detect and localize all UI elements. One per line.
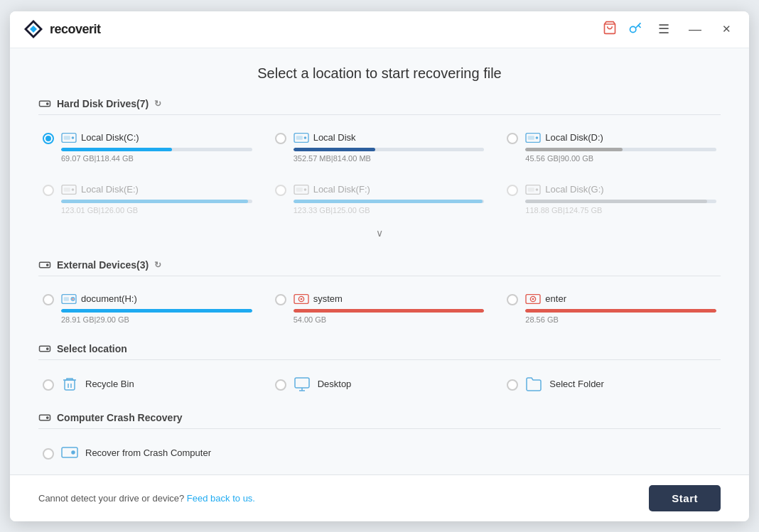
- drive-size-h: 28.91 GB|29.00 GB: [61, 315, 252, 324]
- crash-disk-icon: [61, 445, 78, 462]
- crash-recovery-icon: [38, 411, 51, 424]
- drive-info-system: system 54.00 GB: [294, 292, 485, 324]
- folder-icon: [525, 376, 542, 393]
- page-title: Select a location to start recovering fi…: [38, 65, 721, 82]
- progress-bg-enter: [525, 309, 716, 313]
- radio-folder[interactable]: [507, 379, 518, 391]
- hard-disk-refresh-icon[interactable]: ↻: [154, 99, 161, 109]
- recycle-bin-icon: [61, 376, 78, 393]
- svg-point-39: [532, 298, 534, 300]
- feedback-link[interactable]: Feed back to us.: [187, 493, 255, 504]
- app-logo-icon: [23, 18, 44, 40]
- drive-info-f: Local Disk(F:) 123.33 GB|125.00 GB: [294, 183, 485, 215]
- svg-point-29: [47, 264, 48, 265]
- crash-recovery-grid: Recover from Crash Computer: [38, 439, 721, 467]
- svg-point-4: [630, 26, 636, 32]
- hdd-icon-e: [61, 183, 77, 197]
- progress-bg-d: [525, 148, 716, 151]
- external-refresh-icon[interactable]: ↻: [154, 260, 161, 270]
- progress-fill-system: [294, 309, 485, 313]
- drive-item-h[interactable]: document(H:) 28.91 GB|29.00 GB: [38, 286, 257, 330]
- minimize-button[interactable]: —: [685, 19, 705, 39]
- location-item-crash[interactable]: Recover from Crash Computer: [38, 439, 257, 467]
- hard-disk-label: Hard Disk Drives(7): [57, 98, 149, 109]
- radio-g[interactable]: [507, 185, 518, 196]
- external-devices-header: External Devices(3) ↻: [38, 259, 721, 276]
- start-button[interactable]: Start: [649, 485, 721, 511]
- radio-d[interactable]: [507, 133, 518, 144]
- radio-desktop[interactable]: [275, 379, 286, 391]
- drive-item-enter[interactable]: enter 28.56 GB: [502, 286, 721, 330]
- svg-point-15: [303, 136, 306, 139]
- cart-icon[interactable]: [603, 21, 617, 38]
- progress-fill-e: [61, 200, 248, 203]
- svg-point-24: [303, 188, 306, 191]
- progress-fill-g: [525, 200, 706, 203]
- hdd-icon-d: [525, 131, 541, 145]
- drive-name-e: Local Disk(E:): [81, 184, 139, 195]
- drive-size-e: 123.01 GB|126.00 GB: [61, 206, 252, 215]
- radio-f[interactable]: [275, 185, 286, 196]
- svg-rect-23: [296, 188, 302, 191]
- drive-name-local: Local Disk: [313, 132, 356, 143]
- location-item-recycle[interactable]: Recycle Bin: [38, 370, 257, 398]
- drive-item-e[interactable]: Local Disk(E:) 123.01 GB|126.00 GB: [38, 177, 257, 220]
- svg-rect-11: [64, 136, 70, 139]
- drive-item-local[interactable]: Local Disk 352.57 MB|814.00 MB: [271, 125, 489, 168]
- svg-point-9: [47, 102, 48, 104]
- svg-point-36: [300, 298, 302, 300]
- progress-bg-local: [294, 148, 485, 151]
- main-content: Select a location to start recovering fi…: [10, 48, 749, 474]
- svg-point-12: [72, 136, 75, 139]
- hard-disk-icon: [38, 97, 51, 110]
- svg-line-7: [638, 25, 640, 27]
- location-item-folder[interactable]: Select Folder: [502, 370, 721, 398]
- radio-crash[interactable]: [43, 448, 54, 460]
- usb-icon-system: [294, 292, 309, 306]
- drive-item-system[interactable]: system 54.00 GB: [271, 286, 489, 330]
- crash-recovery-header: Computer Crash Recovery: [38, 411, 721, 429]
- drive-name-c: Local Disk(C:): [81, 132, 139, 143]
- drive-info-c: Local Disk(C:) 69.07 GB|118.44 GB: [61, 131, 252, 163]
- progress-fill-h: [61, 309, 252, 313]
- drive-item-d[interactable]: Local Disk(D:) 45.56 GB|90.00 GB: [502, 125, 721, 168]
- svg-rect-42: [65, 380, 75, 390]
- usb-icon-enter: [525, 292, 541, 306]
- drive-size-d: 45.56 GB|90.00 GB: [525, 154, 716, 163]
- drive-info-enter: enter 28.56 GB: [525, 292, 716, 324]
- drive-item-f[interactable]: Local Disk(F:) 123.33 GB|125.00 GB: [271, 177, 489, 220]
- hard-disk-section: Hard Disk Drives(7) ↻ Local Disk(C:): [38, 97, 721, 246]
- title-bar-actions: ☰ — ✕: [603, 19, 736, 39]
- location-name-recycle: Recycle Bin: [85, 379, 134, 389]
- radio-h[interactable]: [43, 294, 54, 305]
- drive-size-local: 352.57 MB|814.00 MB: [294, 154, 485, 163]
- svg-point-51: [72, 451, 75, 454]
- show-more-button[interactable]: ∨: [38, 226, 721, 246]
- app-name: recoverit: [50, 22, 101, 37]
- hdd-icon-g: [525, 183, 541, 197]
- hard-disk-grid: Local Disk(C:) 69.07 GB|118.44 GB: [38, 125, 721, 220]
- logo-area: recoverit: [23, 18, 603, 40]
- drive-size-g: 118.88 GB|124.75 GB: [525, 206, 716, 215]
- usb-icon-h: [61, 292, 77, 306]
- radio-local[interactable]: [275, 133, 286, 144]
- drive-item-c[interactable]: Local Disk(C:) 69.07 GB|118.44 GB: [38, 125, 257, 168]
- select-location-header: Select location: [38, 342, 721, 360]
- radio-system[interactable]: [275, 294, 286, 305]
- key-icon[interactable]: [628, 21, 642, 38]
- drive-size-enter: 28.56 GB: [525, 315, 716, 324]
- close-button[interactable]: ✕: [716, 19, 736, 39]
- hard-disk-header: Hard Disk Drives(7) ↻: [38, 97, 721, 115]
- location-name-crash: Recover from Crash Computer: [85, 447, 211, 458]
- radio-recycle[interactable]: [43, 379, 54, 391]
- menu-icon[interactable]: ☰: [654, 19, 674, 39]
- radio-c[interactable]: [43, 133, 54, 144]
- radio-enter[interactable]: [507, 294, 518, 305]
- radio-e[interactable]: [43, 185, 54, 196]
- drive-item-g[interactable]: Local Disk(G:) 118.88 GB|124.75 GB: [502, 177, 721, 220]
- svg-rect-20: [64, 188, 70, 191]
- progress-bg-system: [294, 309, 485, 313]
- location-item-desktop[interactable]: Desktop: [271, 370, 489, 398]
- progress-bg-c: [61, 148, 252, 151]
- hdd-icon-f: [294, 183, 309, 197]
